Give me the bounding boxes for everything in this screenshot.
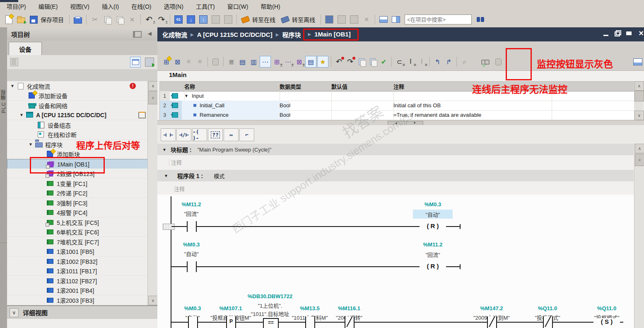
search-binoculars-button[interactable] <box>475 14 486 25</box>
close-icon[interactable]: × <box>637 30 644 37</box>
rung1-no-contact[interactable] <box>187 221 197 232</box>
cell-name-initial-call[interactable]: Initial_Call <box>182 101 289 111</box>
tab-devices[interactable]: 设备 <box>9 42 42 55</box>
upload-button[interactable]: ↑ <box>198 14 209 25</box>
print-button[interactable] <box>72 14 83 25</box>
rung3-e0-no-contact[interactable] <box>188 316 198 328</box>
outline-view-button[interactable]: ≣ <box>226 56 236 67</box>
table-scroll-up-icon[interactable]: ∧ <box>634 81 644 91</box>
redo-button[interactable]: ↷± <box>156 14 167 25</box>
minimize-icon[interactable] <box>603 30 610 37</box>
cell-type[interactable] <box>277 91 332 101</box>
layout-settings-button[interactable] <box>632 56 643 67</box>
undo-button[interactable]: ↶± <box>144 14 154 25</box>
coil-tool[interactable]: -( )- <box>192 128 207 141</box>
rung2-reset-coil[interactable]: ( R ) <box>420 263 446 270</box>
col-header-datatype[interactable]: 数据类型 <box>277 82 332 92</box>
expand-triangle-icon[interactable]: ▼ <box>184 94 188 98</box>
breadcrumb-plc[interactable]: A [CPU 1215C DC/DC/DC] <box>197 31 273 38</box>
network-comments-toggle-button[interactable]: ⋯ <box>260 56 271 68</box>
rung2-coil-tagname[interactable]: "回流" <box>406 251 460 258</box>
redo-error-button[interactable]: ↷ <box>345 56 355 67</box>
go-to-previous-button[interactable]: ↰ <box>432 56 443 67</box>
rung1-coil-tagname[interactable]: "自动" <box>406 210 460 218</box>
symbol-dropdown-1-button[interactable]: ⋯± <box>283 56 293 67</box>
go-offline-icon[interactable] <box>280 14 290 25</box>
new-project-button[interactable] <box>3 14 14 25</box>
table-scroll-down-icon[interactable]: ∨ <box>634 111 644 120</box>
assignment-list-button[interactable]: Ι≡ <box>417 56 427 67</box>
delete-button[interactable]: × <box>127 14 137 25</box>
menu-online[interactable]: 在线(O) <box>131 2 151 10</box>
split-vertical-button[interactable] <box>391 14 401 25</box>
rung3-e6-nc-contact[interactable] <box>543 316 553 328</box>
col-header-default[interactable]: 默认值 <box>329 82 394 92</box>
go-offline-label[interactable]: 转至离线 <box>292 15 315 24</box>
rung3-e5-nc-contact[interactable] <box>487 316 497 328</box>
tree-scroll-thumb[interactable]: ≡ <box>148 91 158 104</box>
block-title-value[interactable]: "Main Program Sweep (Cycle)" <box>197 147 271 153</box>
absolute-operands-button[interactable]: ▤ <box>305 56 316 68</box>
nc-contact-tool[interactable]: ⊣/⊢ <box>176 128 191 141</box>
tree-item-project[interactable]: ▼化成物流! <box>7 81 151 91</box>
block-title-bar[interactable]: ▼ 块标题 : "Main Program Sweep (Cycle)" <box>157 144 634 155</box>
menu-project[interactable]: 项目(P) <box>7 2 26 10</box>
tree-item-devices-networks[interactable]: 设备和网络 <box>7 101 169 111</box>
maximize-icon[interactable] <box>626 30 633 37</box>
empty-box-tool[interactable]: ?? <box>208 128 223 141</box>
save-project-label[interactable]: 保存项目 <box>41 15 64 24</box>
menu-options[interactable]: 选项(N) <box>164 2 183 10</box>
call-environment-button[interactable]: ⊂≡ <box>394 56 405 67</box>
cell-comment-initial-call[interactable]: Initial call of this OB <box>391 101 552 111</box>
table-scroll-thumb[interactable] <box>634 91 644 101</box>
menu-help[interactable]: 帮助(H) <box>260 2 280 10</box>
expand-networks-button[interactable]: ▥ <box>248 56 259 67</box>
details-collapse-icon[interactable]: ∨ <box>10 308 19 317</box>
breadcrumb-1main-ob1[interactable]: 1Main [OB1] <box>314 31 351 38</box>
table-scrollbar[interactable]: ∧ ∨ <box>634 81 644 120</box>
collapse-networks-button[interactable]: ▤ <box>237 56 248 67</box>
window-button-1[interactable] <box>336 14 347 25</box>
collapse-panel-icon[interactable]: ◀ <box>148 31 152 36</box>
ladder-scroll-up-icon[interactable]: ∧ <box>635 144 644 153</box>
cell-name-remanence[interactable]: Remanence <box>182 110 289 120</box>
copy-button[interactable] <box>102 14 113 25</box>
breadcrumb-program-blocks[interactable]: 程序块 <box>282 30 301 39</box>
rung1-coil-address[interactable]: %M0.3 <box>406 201 460 207</box>
project-search-input[interactable] <box>405 14 472 24</box>
menu-edit[interactable]: 编辑(E) <box>39 2 58 10</box>
cell-name-input[interactable]: ▼Input <box>182 91 280 101</box>
rung2-no-contact[interactable] <box>187 261 197 272</box>
rung3-e4-nc-contact[interactable] <box>345 316 355 328</box>
rung1-contact-address[interactable]: %M11.2 <box>164 201 218 207</box>
delete-network-button[interactable]: ⊠ <box>172 56 183 67</box>
cross-reference-button[interactable]: × <box>361 14 372 25</box>
split-horizontal-button[interactable] <box>378 14 389 25</box>
rung3-e2-compare-box[interactable]: ==Int <box>263 318 279 328</box>
go-to-next-button[interactable]: ↱ <box>444 56 454 67</box>
tree-scrollbar[interactable]: ∧ ≡ ∨ <box>147 81 158 305</box>
sync-block-button[interactable] <box>367 56 378 67</box>
delete-row-button[interactable]: ≡ <box>195 56 205 67</box>
find-replace-button[interactable]: ⌕ <box>459 56 470 67</box>
stop-cpu-button[interactable] <box>223 14 234 25</box>
rung1-reset-coil[interactable]: ( R ) <box>420 222 446 229</box>
network-1-bar[interactable]: ▼ 程序段 1 : 模式 <box>157 170 634 181</box>
ladder-canvas[interactable]: %M11.2 "回流" %M0.3 "自动" ( R ) %M0.3 "自动" … <box>157 195 634 328</box>
details-view-bar[interactable]: ∨ 详细视图 <box>7 305 157 319</box>
rung2-coil-address[interactable]: %M11.2 <box>406 241 460 248</box>
rung3-e6-address[interactable]: %Q11.0 <box>521 305 574 311</box>
rung3-e1-p-contact[interactable]: P <box>226 316 236 328</box>
cell-default[interactable] <box>329 110 394 120</box>
grid-view-icon[interactable] <box>130 57 141 68</box>
rung1-contact-tagname[interactable]: "回流" <box>164 210 218 217</box>
cell-comment-remanence[interactable]: =True, if remanent data are available <box>391 110 552 120</box>
undo-error-button[interactable]: ↶ <box>334 56 344 67</box>
close-branch-tool[interactable]: ⌐ <box>239 128 254 141</box>
cell-default[interactable] <box>329 101 394 111</box>
diagnostics-button[interactable] <box>324 14 335 25</box>
rung2-contact-tagname[interactable]: "自动" <box>164 250 218 258</box>
compile-button[interactable]: 01 <box>173 14 184 25</box>
tree-scroll-down-icon[interactable]: ∨ <box>148 296 158 305</box>
rung3-e3-no-contact[interactable] <box>305 316 315 328</box>
